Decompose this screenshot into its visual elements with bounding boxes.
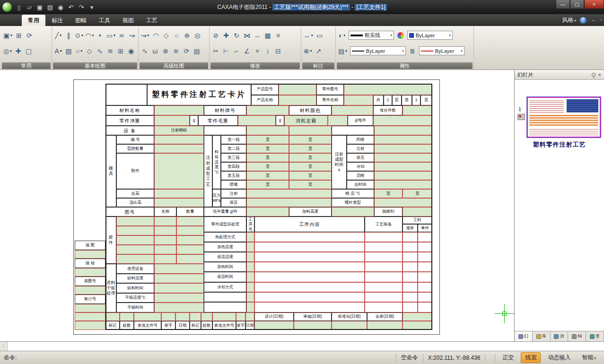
- label-box-icon[interactable]: ▭: [315, 28, 324, 42]
- card-cell: 顶出高: [116, 198, 154, 207]
- customize-icon[interactable]: ▾: [88, 4, 96, 11]
- chamfer-icon[interactable]: ∠: [242, 44, 252, 58]
- arc2-icon[interactable]: ◠: [151, 28, 160, 42]
- ribbon-tab-视图[interactable]: 视图: [116, 15, 140, 26]
- props-tab[interactable]: 特: [568, 331, 586, 341]
- color-select[interactable]: ByLayer▾: [407, 31, 453, 40]
- centerline-icon[interactable]: ≍: [117, 28, 126, 42]
- explode-icon[interactable]: ⊟: [273, 44, 283, 58]
- pin-icon[interactable]: [592, 73, 595, 77]
- style-button[interactable]: 风格▾: [562, 16, 576, 24]
- rotate2-icon[interactable]: ⟳: [182, 44, 191, 58]
- mdi-minimize-icon[interactable]: –: [592, 17, 595, 23]
- array-icon[interactable]: ▦: [263, 28, 272, 42]
- linetype-select[interactable]: ByLayer▾: [419, 46, 464, 55]
- ortho-toggle[interactable]: 正交: [498, 352, 518, 363]
- grip-handle-icon[interactable]: ⋮: [0, 342, 8, 351]
- preview-icon[interactable]: ◉: [57, 4, 64, 11]
- color-wheel-icon[interactable]: [396, 28, 405, 42]
- layer-icon[interactable]: ▤▾: [337, 44, 348, 58]
- ellipse-icon[interactable]: ○▾: [74, 44, 84, 58]
- search-tab[interactable]: 查: [586, 331, 604, 341]
- zoom2-icon[interactable]: ◎: [193, 28, 202, 42]
- rotate-icon[interactable]: ↻: [232, 28, 241, 42]
- minimize-button[interactable]: —: [556, 0, 570, 9]
- leader-icon[interactable]: ↗: [314, 44, 323, 58]
- omega-icon[interactable]: ω: [150, 44, 160, 58]
- target-icon[interactable]: ◉: [126, 44, 136, 58]
- extend-icon[interactable]: ⊢: [221, 44, 231, 58]
- redo-icon[interactable]: ↷: [78, 4, 85, 11]
- plus-circle-icon[interactable]: ⊕: [182, 28, 192, 42]
- ripple-icon[interactable]: ≋: [171, 44, 181, 58]
- dynamic-input-toggle[interactable]: 动态输入: [543, 352, 575, 363]
- offset-icon[interactable]: ≡: [273, 28, 283, 42]
- ellipse2-icon[interactable]: ○: [172, 28, 181, 42]
- mdi-restore-icon[interactable]: ▫: [600, 17, 602, 23]
- drawing-sheet[interactable]: 塑料零件注射工艺卡片产品型号零件图号产品名称零件名称共1页第1页材料名称材料牌号…: [73, 79, 440, 335]
- hatch-icon[interactable]: ▨: [64, 44, 73, 58]
- linewidth-toggle[interactable]: 线宽: [521, 352, 541, 363]
- curve-icon[interactable]: ∿: [95, 44, 105, 58]
- ribbon-tab-常用[interactable]: 常用: [22, 15, 45, 26]
- undo-icon[interactable]: ↶: [67, 4, 75, 11]
- library-tab[interactable]: 库: [533, 331, 551, 341]
- new-doc-icon[interactable]: ▯: [15, 4, 23, 11]
- close-button[interactable]: ×: [584, 0, 604, 9]
- corner-icon[interactable]: ⌐: [232, 44, 241, 58]
- ribbon-tab-图幅[interactable]: 图幅: [69, 15, 93, 26]
- half-circle-icon: ◐: [339, 32, 342, 39]
- break-icon[interactable]: ×: [253, 44, 262, 58]
- mirror-icon[interactable]: ⋈: [242, 28, 252, 42]
- gear-icon[interactable]: ⊛: [161, 44, 170, 58]
- erase-icon[interactable]: ⊘: [211, 28, 220, 42]
- shade-icon[interactable]: ▤: [192, 44, 201, 58]
- grid-icon[interactable]: ⊞: [116, 44, 125, 58]
- linetype-icon[interactable]: ≣: [408, 44, 417, 58]
- save-icon[interactable]: ▣: [36, 4, 44, 11]
- select-icon[interactable]: ▢: [24, 44, 34, 58]
- text-icon[interactable]: A▾: [53, 44, 63, 58]
- spline-icon[interactable]: ↝: [127, 28, 137, 42]
- help-icon[interactable]: ?: [580, 17, 586, 24]
- format-brush-icon[interactable]: ⟳: [25, 28, 34, 42]
- parallel-icon[interactable]: ∥: [64, 28, 73, 42]
- spline2-icon[interactable]: ↝▾: [140, 28, 150, 42]
- zoom-icon[interactable]: ◎▾: [2, 44, 13, 58]
- move-icon[interactable]: ✚: [221, 28, 231, 42]
- point-icon[interactable]: •: [96, 28, 105, 42]
- arc-icon[interactable]: ◠▾: [85, 28, 95, 42]
- ribbon-tab-工具[interactable]: 工具: [93, 15, 116, 26]
- ribbon-tab-工艺[interactable]: 工艺: [140, 15, 164, 26]
- layer-state-icon[interactable]: ◐▾: [337, 28, 347, 42]
- circle-icon[interactable]: ⊙▾: [74, 28, 84, 42]
- ribbon-tab-标注[interactable]: 标注: [45, 15, 69, 26]
- polygon-icon[interactable]: ◇: [85, 44, 94, 58]
- wave-icon[interactable]: ≋: [105, 44, 115, 58]
- slides-tab[interactable]: 幻: [515, 331, 533, 341]
- sine-icon[interactable]: ∿: [140, 44, 149, 58]
- coordinate-icon[interactable]: ⊕▾: [303, 44, 313, 58]
- slide-thumbnail[interactable]: [527, 97, 601, 138]
- open-icon[interactable]: ▱: [26, 4, 33, 11]
- close-icon[interactable]: ×: [598, 72, 601, 78]
- layer-select[interactable]: ByLayer▾: [350, 46, 406, 55]
- dimension-icon[interactable]: ↔▾: [303, 28, 314, 42]
- browse-tab[interactable]: 浏: [551, 331, 569, 341]
- rect-icon[interactable]: ▭▾: [106, 28, 116, 42]
- caxa-logo-icon[interactable]: [2, 2, 12, 12]
- print-icon[interactable]: ▤: [46, 4, 54, 11]
- linestyle-select[interactable]: 粗实线▾: [349, 31, 394, 40]
- line-icon[interactable]: ╱▾: [53, 28, 63, 42]
- copy-icon[interactable]: ⊞: [14, 28, 24, 42]
- polygon2-icon[interactable]: ◇: [161, 28, 171, 42]
- drawing-canvas[interactable]: 塑料零件注射工艺卡片产品型号零件图号产品名称零件名称共1页第1页材料名称材料牌号…: [0, 70, 514, 341]
- pan-icon[interactable]: ✚: [14, 44, 23, 58]
- scale-icon[interactable]: ↔: [253, 28, 262, 42]
- trim-icon[interactable]: ✂: [211, 44, 220, 58]
- command-input-strip[interactable]: ⋮: [0, 341, 604, 351]
- paste-icon[interactable]: ▣▾: [2, 28, 13, 42]
- restore-button[interactable]: ▢: [570, 0, 584, 9]
- stretch-icon[interactable]: ↕: [263, 44, 272, 58]
- smart-snap-select[interactable]: 智能▾: [578, 352, 600, 363]
